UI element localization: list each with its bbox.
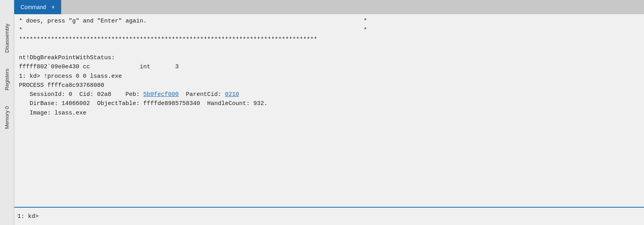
tab-title: Command	[21, 4, 46, 10]
input-prompt-label: 1: kd>	[17, 213, 39, 220]
tab-bar: Command ×	[14, 0, 644, 14]
output-session-line: SessionId: 0 Cid: 02a8 Peb: 5b0fecf000 P…	[19, 90, 639, 99]
parentcid-link[interactable]: 0210	[225, 91, 239, 98]
output-line: * *	[19, 26, 639, 35]
sidebar-item-registers[interactable]: Registers	[4, 69, 10, 90]
output-breakpoint-label: nt!DbgBreakPointWithStatus:	[19, 53, 639, 62]
output-line: * does, press "g" and "Enter" again. *	[19, 17, 639, 26]
output-dirbase-line: DirBase: 14066002 ObjectTable: ffffde898…	[19, 99, 639, 108]
input-bar: 1: kd>	[14, 207, 644, 225]
output-process-address: PROCESS ffffca8c93768080	[19, 81, 639, 90]
sidebar: Disassembly Registers Memory 0	[0, 0, 14, 225]
peb-link[interactable]: 5b0fecf000	[143, 91, 179, 98]
content-area: * does, press "g" and "Enter" again. * *	[14, 14, 644, 225]
output-image-line: Image: lsass.exe	[19, 109, 639, 118]
command-input[interactable]	[40, 213, 641, 220]
output-separator: ****************************************…	[19, 35, 639, 44]
sidebar-item-memory[interactable]: Memory 0	[4, 106, 10, 129]
main-area: Command × * does, press "g" and "Enter" …	[14, 0, 644, 225]
tab-close-button[interactable]: ×	[52, 4, 55, 10]
output-blank	[19, 44, 639, 53]
sidebar-item-disassembly[interactable]: Disassembly	[4, 24, 10, 53]
output-prompt-command: 1: kd> !process 0 0 lsass.exe	[19, 72, 639, 81]
output-address-line: fffff802`09e0e430 cc int 3	[19, 62, 639, 71]
command-tab[interactable]: Command ×	[14, 0, 61, 14]
output-scroll[interactable]: * does, press "g" and "Enter" again. * *	[14, 14, 644, 207]
